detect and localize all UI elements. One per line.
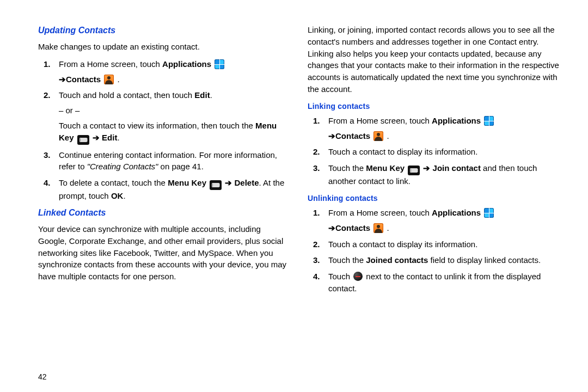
manual-page: Updating Contacts Make changes to update… <box>0 0 588 348</box>
applications-icon <box>484 208 494 218</box>
step-body: Touch a contact to display its informati… <box>328 238 561 250</box>
menu-key-icon <box>408 166 420 175</box>
text-update-intro: Make changes to update an existing conta… <box>38 41 291 53</box>
step-number: 2. <box>308 146 328 158</box>
step-number: 4. <box>38 177 59 202</box>
step-body: From a Home screen, touch Applications ➔… <box>328 115 561 142</box>
steps-linking: 1. From a Home screen, touch Application… <box>308 115 561 187</box>
step: 3. Continue entering contact information… <box>38 149 291 173</box>
applications-icon <box>215 59 224 69</box>
step-number: 4. <box>308 271 328 295</box>
step: 1. From a Home screen, touch Application… <box>38 58 291 85</box>
heading-unlinking-contacts: Unlinking contacts <box>308 193 561 204</box>
contacts-icon <box>373 131 383 141</box>
right-column: Linking, or joining, imported contact re… <box>308 22 561 338</box>
step: 2. Touch and hold a contact, then touch … <box>38 89 291 144</box>
step: 1. From a Home screen, touch Application… <box>308 207 561 234</box>
step-body: Touch the Joined contacts field to displ… <box>328 254 561 266</box>
step-number: 1. <box>308 115 328 142</box>
step-body: From a Home screen, touch Applications ➔… <box>59 58 291 85</box>
text-linked-contacts: Your device can synchronize with multipl… <box>38 223 291 283</box>
contacts-icon <box>373 223 383 233</box>
step: 4. Touch next to the contact to unlink i… <box>308 271 561 295</box>
step-body: Touch next to the contact to unlink it f… <box>328 271 561 295</box>
step-number: 3. <box>38 149 59 173</box>
step: 1. From a Home screen, touch Application… <box>308 115 561 142</box>
step-number: 1. <box>308 207 328 234</box>
step-number: 3. <box>308 254 328 266</box>
step: 3. Touch the Joined contacts field to di… <box>308 254 561 266</box>
step-body: Touch the Menu Key ➔ Join contact and th… <box>328 162 561 187</box>
step-body: To delete a contact, touch the Menu Key … <box>59 177 291 202</box>
heading-linked-contacts: Linked Contacts <box>38 206 291 219</box>
left-column: Updating Contacts Make changes to update… <box>38 22 291 338</box>
step-body: Continue entering contact information. F… <box>59 149 291 173</box>
menu-key-icon <box>210 180 222 190</box>
text-linking-intro: Linking, or joining, imported contact re… <box>308 24 561 95</box>
step-number: 1. <box>38 58 59 85</box>
step: 4. To delete a contact, touch the Menu K… <box>38 177 291 202</box>
heading-updating-contacts: Updating Contacts <box>38 24 291 36</box>
steps-updating: 1. From a Home screen, touch Application… <box>38 58 291 202</box>
step-body: Touch and hold a contact, then touch Edi… <box>59 89 291 144</box>
step-number: 2. <box>308 238 328 250</box>
page-number: 42 <box>38 372 47 381</box>
step-number: 2. <box>38 89 59 144</box>
step-body: From a Home screen, touch Applications ➔… <box>328 207 561 234</box>
step-body: Touch a contact to display its informati… <box>328 146 561 158</box>
step: 2. Touch a contact to display its inform… <box>308 146 561 158</box>
steps-unlinking: 1. From a Home screen, touch Application… <box>308 207 561 295</box>
step: 2. Touch a contact to display its inform… <box>308 238 561 250</box>
menu-key-icon <box>77 135 89 145</box>
contacts-icon <box>104 75 114 84</box>
applications-icon <box>484 116 494 126</box>
step: 3. Touch the Menu Key ➔ Join contact and… <box>308 162 561 187</box>
step-number: 3. <box>308 162 328 187</box>
remove-icon <box>353 272 363 281</box>
heading-linking-contacts: Linking contacts <box>308 101 561 112</box>
